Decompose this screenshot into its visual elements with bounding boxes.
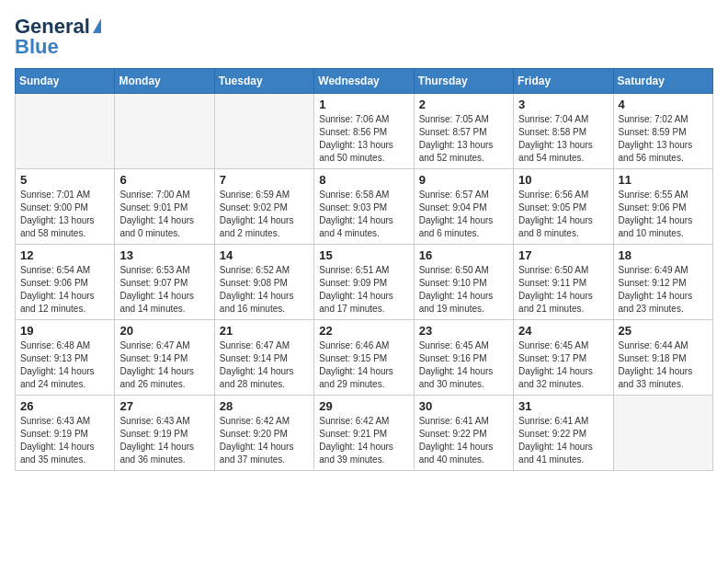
sunrise-label: Sunrise: 6:48 AM bbox=[20, 340, 90, 350]
daylight-label: Daylight: 14 hours and 2 minutes. bbox=[220, 215, 294, 238]
calendar-cell: 8Sunrise: 6:58 AMSunset: 9:03 PMDaylight… bbox=[314, 169, 414, 245]
sunrise-label: Sunrise: 6:43 AM bbox=[20, 416, 90, 426]
sunrise-label: Sunrise: 7:06 AM bbox=[319, 114, 389, 124]
cell-content: Sunrise: 6:41 AMSunset: 9:22 PMDaylight:… bbox=[419, 415, 508, 466]
logo: General Blue bbox=[15, 15, 101, 59]
sunrise-label: Sunrise: 6:50 AM bbox=[518, 265, 588, 275]
sunset-label: Sunset: 9:03 PM bbox=[319, 202, 387, 213]
daylight-label: Daylight: 14 hours and 37 minutes. bbox=[220, 442, 294, 465]
sunset-label: Sunset: 9:22 PM bbox=[419, 429, 487, 439]
day-number: 6 bbox=[119, 173, 209, 187]
daylight-label: Daylight: 14 hours and 19 minutes. bbox=[419, 291, 494, 314]
daylight-label: Daylight: 14 hours and 36 minutes. bbox=[119, 442, 194, 465]
sunrise-label: Sunrise: 7:04 AM bbox=[518, 114, 588, 124]
cell-content: Sunrise: 6:48 AMSunset: 9:13 PMDaylight:… bbox=[20, 339, 109, 391]
sunset-label: Sunset: 9:06 PM bbox=[619, 202, 687, 213]
day-number: 25 bbox=[619, 324, 708, 338]
sunset-label: Sunset: 9:05 PM bbox=[518, 202, 586, 213]
day-number: 24 bbox=[518, 324, 608, 338]
calendar-cell: 26Sunrise: 6:43 AMSunset: 9:19 PMDayligh… bbox=[16, 396, 115, 471]
calendar-week-3: 12Sunrise: 6:54 AMSunset: 9:06 PMDayligh… bbox=[16, 245, 713, 320]
calendar-week-5: 26Sunrise: 6:43 AMSunset: 9:19 PMDayligh… bbox=[16, 396, 713, 471]
calendar-cell: 1Sunrise: 7:06 AMSunset: 8:56 PMDaylight… bbox=[314, 94, 414, 169]
daylight-label: Daylight: 13 hours and 58 minutes. bbox=[20, 215, 95, 238]
cell-content: Sunrise: 6:50 AMSunset: 9:11 PMDaylight:… bbox=[518, 264, 608, 316]
sunset-label: Sunset: 9:14 PM bbox=[119, 353, 188, 363]
day-number: 30 bbox=[419, 399, 508, 413]
sunset-label: Sunset: 9:20 PM bbox=[220, 429, 288, 439]
daylight-label: Daylight: 14 hours and 21 minutes. bbox=[518, 291, 593, 314]
cell-content: Sunrise: 6:59 AMSunset: 9:02 PMDaylight:… bbox=[220, 189, 309, 240]
calendar-cell: 2Sunrise: 7:05 AMSunset: 8:57 PMDaylight… bbox=[414, 94, 513, 169]
calendar-header-row: SundayMondayTuesdayWednesdayThursdayFrid… bbox=[16, 69, 713, 94]
sunset-label: Sunset: 9:11 PM bbox=[518, 278, 586, 288]
cell-content: Sunrise: 6:56 AMSunset: 9:05 PMDaylight:… bbox=[518, 189, 608, 240]
sunrise-label: Sunrise: 6:41 AM bbox=[419, 416, 489, 426]
sunrise-label: Sunrise: 6:49 AM bbox=[619, 265, 688, 275]
cell-content: Sunrise: 7:04 AMSunset: 8:58 PMDaylight:… bbox=[518, 113, 608, 165]
sunrise-label: Sunrise: 6:55 AM bbox=[619, 190, 688, 200]
sunset-label: Sunset: 8:56 PM bbox=[319, 127, 387, 137]
sunset-label: Sunset: 9:12 PM bbox=[619, 278, 687, 288]
sunset-label: Sunset: 9:19 PM bbox=[20, 429, 88, 439]
cell-content: Sunrise: 7:05 AMSunset: 8:57 PMDaylight:… bbox=[419, 113, 508, 165]
calendar-cell: 10Sunrise: 6:56 AMSunset: 9:05 PMDayligh… bbox=[514, 169, 613, 245]
logo-blue: Blue bbox=[15, 35, 59, 59]
cell-content: Sunrise: 6:53 AMSunset: 9:07 PMDaylight:… bbox=[119, 264, 209, 316]
sunset-label: Sunset: 9:06 PM bbox=[20, 278, 88, 288]
daylight-label: Daylight: 14 hours and 16 minutes. bbox=[220, 291, 294, 314]
day-number: 7 bbox=[220, 173, 309, 187]
cell-content: Sunrise: 6:41 AMSunset: 9:22 PMDaylight:… bbox=[518, 415, 608, 466]
col-header-tuesday: Tuesday bbox=[214, 69, 313, 94]
cell-content: Sunrise: 6:45 AMSunset: 9:16 PMDaylight:… bbox=[419, 339, 508, 391]
daylight-label: Daylight: 14 hours and 17 minutes. bbox=[319, 291, 393, 314]
cell-content: Sunrise: 6:47 AMSunset: 9:14 PMDaylight:… bbox=[119, 339, 209, 391]
calendar-cell: 27Sunrise: 6:43 AMSunset: 9:19 PMDayligh… bbox=[115, 396, 214, 471]
calendar-cell: 14Sunrise: 6:52 AMSunset: 9:08 PMDayligh… bbox=[214, 245, 313, 320]
day-number: 16 bbox=[419, 248, 508, 262]
sunset-label: Sunset: 9:02 PM bbox=[220, 202, 288, 213]
calendar-cell: 9Sunrise: 6:57 AMSunset: 9:04 PMDaylight… bbox=[414, 169, 513, 245]
cell-content: Sunrise: 6:50 AMSunset: 9:10 PMDaylight:… bbox=[419, 264, 508, 316]
daylight-label: Daylight: 13 hours and 56 minutes. bbox=[619, 140, 693, 163]
daylight-label: Daylight: 14 hours and 6 minutes. bbox=[419, 215, 494, 238]
calendar-cell: 25Sunrise: 6:44 AMSunset: 9:18 PMDayligh… bbox=[613, 320, 712, 396]
sunset-label: Sunset: 9:07 PM bbox=[119, 278, 188, 288]
cell-content: Sunrise: 6:42 AMSunset: 9:21 PMDaylight:… bbox=[319, 415, 408, 466]
day-number: 22 bbox=[319, 324, 408, 338]
calendar-cell bbox=[613, 396, 712, 471]
sunrise-label: Sunrise: 6:44 AM bbox=[619, 340, 688, 350]
day-number: 20 bbox=[119, 324, 209, 338]
cell-content: Sunrise: 6:52 AMSunset: 9:08 PMDaylight:… bbox=[220, 264, 309, 316]
cell-content: Sunrise: 6:57 AMSunset: 9:04 PMDaylight:… bbox=[419, 189, 508, 240]
cell-content: Sunrise: 6:54 AMSunset: 9:06 PMDaylight:… bbox=[20, 264, 109, 316]
daylight-label: Daylight: 14 hours and 35 minutes. bbox=[20, 442, 95, 465]
sunset-label: Sunset: 9:04 PM bbox=[419, 202, 487, 213]
calendar-cell: 4Sunrise: 7:02 AMSunset: 8:59 PMDaylight… bbox=[613, 94, 712, 169]
calendar-cell: 5Sunrise: 7:01 AMSunset: 9:00 PMDaylight… bbox=[16, 169, 115, 245]
sunset-label: Sunset: 9:10 PM bbox=[419, 278, 487, 288]
daylight-label: Daylight: 14 hours and 10 minutes. bbox=[619, 215, 693, 238]
sunrise-label: Sunrise: 6:46 AM bbox=[319, 340, 389, 350]
sunset-label: Sunset: 9:21 PM bbox=[319, 429, 387, 439]
cell-content: Sunrise: 6:43 AMSunset: 9:19 PMDaylight:… bbox=[20, 415, 109, 466]
calendar-cell bbox=[16, 94, 115, 169]
sunrise-label: Sunrise: 6:43 AM bbox=[119, 416, 189, 426]
daylight-label: Daylight: 14 hours and 39 minutes. bbox=[319, 442, 393, 465]
calendar-cell: 17Sunrise: 6:50 AMSunset: 9:11 PMDayligh… bbox=[514, 245, 613, 320]
calendar-cell: 15Sunrise: 6:51 AMSunset: 9:09 PMDayligh… bbox=[314, 245, 414, 320]
cell-content: Sunrise: 6:43 AMSunset: 9:19 PMDaylight:… bbox=[119, 415, 209, 466]
daylight-label: Daylight: 14 hours and 33 minutes. bbox=[619, 366, 693, 389]
day-number: 8 bbox=[319, 173, 408, 187]
day-number: 4 bbox=[619, 98, 708, 111]
sunrise-label: Sunrise: 7:00 AM bbox=[119, 190, 189, 200]
sunrise-label: Sunrise: 6:41 AM bbox=[518, 416, 588, 426]
sunset-label: Sunset: 9:17 PM bbox=[518, 353, 586, 363]
day-number: 29 bbox=[319, 399, 408, 413]
page-header: General Blue bbox=[15, 15, 713, 59]
cell-content: Sunrise: 6:47 AMSunset: 9:14 PMDaylight:… bbox=[220, 339, 309, 391]
sunset-label: Sunset: 9:22 PM bbox=[518, 429, 586, 439]
calendar-week-2: 5Sunrise: 7:01 AMSunset: 9:00 PMDaylight… bbox=[16, 169, 713, 245]
day-number: 15 bbox=[319, 248, 408, 262]
sunrise-label: Sunrise: 6:54 AM bbox=[20, 265, 90, 275]
